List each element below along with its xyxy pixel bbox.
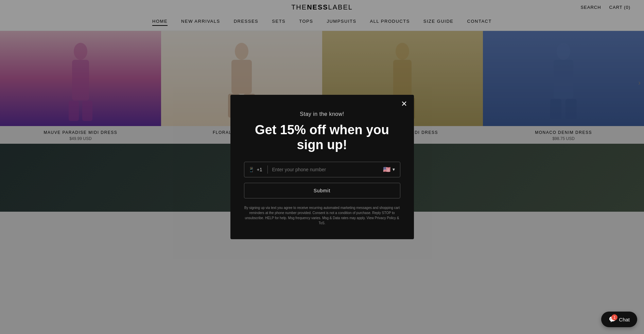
modal-title: Get 15% off when you sign up!	[244, 123, 400, 152]
chat-badge: 1	[611, 314, 617, 320]
chat-label: Chat	[619, 317, 630, 322]
modal: ✕ Stay in the know! Get 15% off when you…	[230, 95, 414, 239]
modal-overlay[interactable]: ✕ Stay in the know! Get 15% off when you…	[0, 0, 644, 334]
chat-icon-wrap: 💬 1	[609, 316, 616, 323]
phone-input-wrapper: 📱 +1 🇺🇸 ▼	[244, 162, 400, 177]
modal-close-button[interactable]: ✕	[401, 100, 407, 108]
country-flag-dropdown[interactable]: 🇺🇸 ▼	[383, 166, 396, 173]
submit-button[interactable]: Submit	[244, 183, 400, 198]
dropdown-arrow-icon: ▼	[392, 167, 396, 172]
chat-button[interactable]: 💬 1 Chat	[601, 312, 637, 327]
flag-emoji: 🇺🇸	[383, 166, 390, 173]
legal-text: By signing up via text you agree to rece…	[244, 205, 400, 226]
phone-number-input[interactable]	[272, 162, 380, 177]
phone-divider	[267, 165, 268, 174]
phone-icon: 📱	[248, 167, 254, 172]
modal-subtitle: Stay in the know!	[244, 111, 400, 117]
phone-country-code: +1	[257, 167, 262, 172]
